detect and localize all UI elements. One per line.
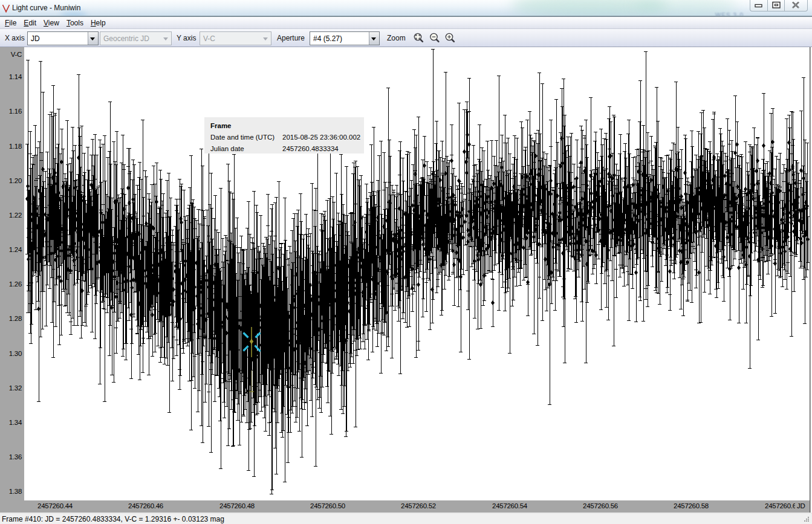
svg-text:1.18: 1.18 xyxy=(9,143,22,150)
svg-text:1.26: 1.26 xyxy=(9,280,22,288)
svg-text:1.38: 1.38 xyxy=(9,488,22,495)
svg-text:1.16: 1.16 xyxy=(9,108,22,115)
svg-text:2457260.46: 2457260.46 xyxy=(128,502,163,509)
svg-text:1.22: 1.22 xyxy=(9,212,22,219)
svg-text:2457260.52: 2457260.52 xyxy=(401,502,436,509)
svg-text:2457260.48: 2457260.48 xyxy=(219,502,255,509)
svg-text:JD: JD xyxy=(797,502,805,509)
svg-text:1.14: 1.14 xyxy=(9,73,22,80)
svg-text:2457260.60: 2457260.60 xyxy=(765,502,800,509)
svg-text:2457260.44: 2457260.44 xyxy=(37,502,73,509)
svg-text:1.34: 1.34 xyxy=(9,419,22,426)
svg-text:1.28: 1.28 xyxy=(9,315,22,322)
svg-text:1.20: 1.20 xyxy=(9,177,22,184)
svg-text:1.24: 1.24 xyxy=(9,246,22,253)
svg-text:2457260.56: 2457260.56 xyxy=(583,502,618,509)
svg-text:2457260.50: 2457260.50 xyxy=(310,502,345,509)
svg-text:1.32: 1.32 xyxy=(9,384,22,392)
svg-text:2457260.58: 2457260.58 xyxy=(674,502,709,509)
svg-text:2457260.54: 2457260.54 xyxy=(492,502,528,509)
svg-text:1.36: 1.36 xyxy=(9,453,22,461)
svg-text:1.30: 1.30 xyxy=(9,350,22,357)
svg-text:V-C: V-C xyxy=(11,51,22,58)
